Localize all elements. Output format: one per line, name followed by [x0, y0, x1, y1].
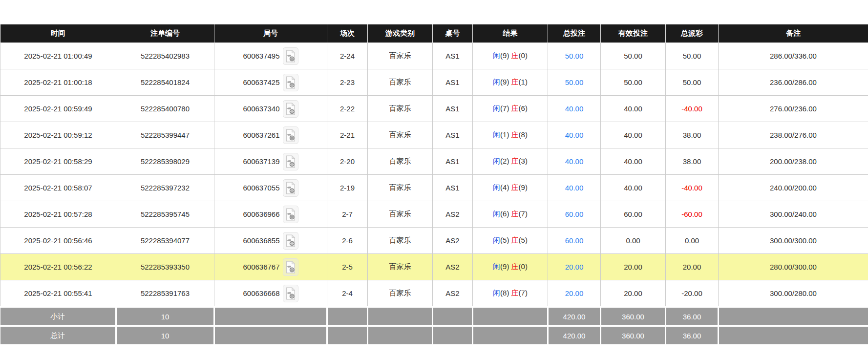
banker-score: (5): [519, 236, 528, 244]
video-replay-button[interactable]: [283, 74, 298, 91]
table-row[interactable]: 2025-02-21 00:58:29 522285398029 6006371…: [0, 148, 868, 175]
round-no-text: 600637340: [243, 105, 279, 113]
video-file-icon: [285, 287, 296, 300]
cell-time: 2025-02-21 00:55:41: [0, 280, 116, 307]
table-row[interactable]: 2025-02-21 00:56:46 522285394077 6006368…: [0, 228, 868, 254]
cell-time: 2025-02-21 01:00:18: [0, 69, 116, 96]
cell-game-type: 百家乐: [368, 69, 433, 96]
cell-remark: 300.00/300.00: [719, 228, 868, 254]
cell-remark: 236.00/286.00: [719, 69, 868, 96]
cell-round-no: 600637425: [214, 69, 327, 96]
cell-result: 闲(5) 庄(5): [473, 228, 548, 254]
cell-round-no: 600637139: [214, 148, 327, 175]
cell-result: 闲(7) 庄(6): [473, 96, 548, 122]
cell-total-bet: 20.00: [548, 254, 601, 280]
table-row[interactable]: 2025-02-21 00:56:22 522285393350 6006367…: [0, 254, 868, 280]
round-no-text: 600637055: [243, 184, 279, 192]
banker-score: (3): [519, 157, 528, 165]
cell-valid-bet: 40.00: [601, 122, 666, 148]
subtotal-count: 10: [116, 307, 214, 326]
cell-time: 2025-02-21 00:56:46: [0, 228, 116, 254]
cell-remark: 200.00/238.00: [719, 148, 868, 175]
video-replay-button[interactable]: [283, 126, 298, 144]
player-label: 闲: [493, 51, 500, 60]
total-empty-cell: [719, 326, 868, 345]
video-replay-button[interactable]: [283, 258, 298, 276]
round-no-text: 600637139: [243, 157, 279, 166]
cell-session: 2-19: [327, 175, 368, 201]
col-header-session: 场次: [327, 24, 368, 43]
total-label: 总计: [0, 326, 116, 345]
bet-records-report: 时间 注单编号 局号 场次 游戏类别 桌号 结果 总投注 有效投注 总派彩 备注…: [0, 24, 868, 346]
banker-label: 庄: [511, 289, 519, 297]
round-no-text: 600636668: [243, 289, 279, 297]
cell-bet-id: 522285394077: [116, 228, 214, 254]
round-no-text: 600637425: [243, 78, 279, 86]
table-row[interactable]: 2025-02-21 00:58:07 522285397232 6006370…: [0, 175, 868, 201]
table-row[interactable]: 2025-02-21 00:55:41 522285391763 6006366…: [0, 280, 868, 307]
cell-bet-id: 522285400780: [116, 96, 214, 122]
cell-total-bet: 40.00: [548, 148, 601, 175]
cell-valid-bet: 20.00: [601, 280, 666, 307]
cell-round-no: 600637495: [214, 43, 327, 69]
cell-table-no: AS2: [433, 228, 473, 254]
video-replay-button[interactable]: [283, 206, 298, 223]
video-replay-button[interactable]: [283, 232, 298, 250]
video-replay-button[interactable]: [283, 47, 298, 65]
cell-result: 闲(8) 庄(7): [473, 280, 548, 307]
cell-table-no: AS1: [433, 148, 473, 175]
table-row[interactable]: 2025-02-21 00:59:49 522285400780 6006373…: [0, 96, 868, 122]
player-label: 闲: [493, 210, 500, 218]
subtotal-empty-cell: [719, 307, 868, 326]
total-empty-cell: [433, 326, 473, 345]
cell-bet-id: 522285398029: [116, 148, 214, 175]
cell-total-bet: 60.00: [548, 201, 601, 228]
cell-valid-bet: 40.00: [601, 148, 666, 175]
cell-remark: 276.00/236.00: [719, 96, 868, 122]
total-payout: 36.00: [666, 326, 719, 345]
cell-session: 2-21: [327, 122, 368, 148]
subtotal-total-bet: 420.00: [548, 307, 601, 326]
total-empty-cell: [473, 326, 548, 345]
cell-bet-id: 522285391763: [116, 280, 214, 307]
video-file-icon: [285, 129, 296, 142]
video-replay-button[interactable]: [283, 100, 298, 118]
cell-time: 2025-02-21 01:00:49: [0, 43, 116, 69]
video-file-icon: [285, 103, 296, 115]
cell-payout: 38.00: [666, 122, 719, 148]
round-no-text: 600636767: [243, 263, 279, 271]
cell-session: 2-4: [327, 280, 368, 307]
video-replay-button[interactable]: [283, 153, 298, 170]
cell-remark: 300.00/240.00: [719, 201, 868, 228]
cell-payout: 20.00: [666, 254, 719, 280]
table-row[interactable]: 2025-02-21 01:00:49 522285402983 6006374…: [0, 43, 868, 69]
cell-total-bet: 50.00: [548, 69, 601, 96]
player-label: 闲: [493, 130, 500, 139]
player-score: (2): [500, 157, 509, 165]
round-no-text: 600637261: [243, 131, 279, 139]
cell-valid-bet: 50.00: [601, 69, 666, 96]
player-label: 闲: [493, 157, 500, 165]
banker-label: 庄: [511, 51, 519, 60]
video-replay-button[interactable]: [283, 285, 298, 302]
player-score: (4): [500, 183, 509, 191]
table-row[interactable]: 2025-02-21 00:57:28 522285395745 6006369…: [0, 201, 868, 228]
cell-session: 2-6: [327, 228, 368, 254]
table-row[interactable]: 2025-02-21 00:59:12 522285399447 6006372…: [0, 122, 868, 148]
cell-total-bet: 40.00: [548, 96, 601, 122]
subtotal-label: 小计: [0, 307, 116, 326]
banker-score: (7): [519, 210, 528, 218]
cell-valid-bet: 50.00: [601, 43, 666, 69]
banker-label: 庄: [511, 78, 519, 86]
cell-round-no: 600636966: [214, 201, 327, 228]
cell-session: 2-24: [327, 43, 368, 69]
player-label: 闲: [493, 262, 500, 271]
cell-game-type: 百家乐: [368, 228, 433, 254]
table-row[interactable]: 2025-02-21 01:00:18 522285401824 6006374…: [0, 69, 868, 96]
video-file-icon: [285, 50, 296, 63]
cell-valid-bet: 0.00: [601, 228, 666, 254]
cell-remark: 280.00/300.00: [719, 254, 868, 280]
video-replay-button[interactable]: [283, 179, 298, 197]
cell-bet-id: 522285402983: [116, 43, 214, 69]
banker-score: (9): [519, 183, 528, 191]
